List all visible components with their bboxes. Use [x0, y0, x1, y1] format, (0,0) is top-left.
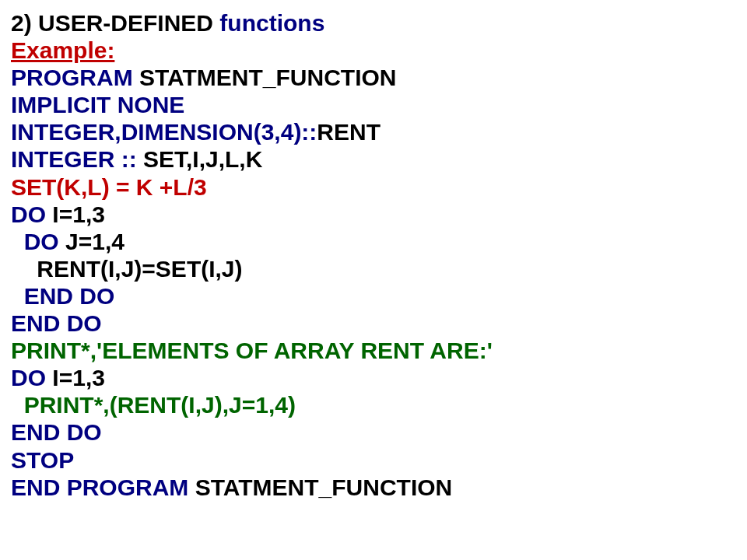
code-line: PROGRAM STATMENT_FUNCTION [11, 64, 736, 91]
code-line: SET(K,L) = K +L/3 [11, 173, 736, 201]
code-line: END DO [11, 310, 736, 337]
code-span [11, 283, 24, 309]
code-span: SET(K,L) = K +L/3 [11, 174, 207, 200]
code-line: END DO [11, 418, 736, 446]
code-span: PROGRAM [11, 65, 139, 90]
code-span: END DO [11, 310, 102, 336]
code-span: J=1,4 [65, 229, 124, 254]
code-line: RENT(I,J)=SET(I,J) [11, 255, 736, 282]
code-span: STATMENT_FUNCTION [195, 474, 453, 500]
code-span: Example: [11, 37, 114, 63]
code-line: END DO [11, 282, 736, 310]
code-line: Example: [11, 37, 736, 64]
code-line: INTEGER,DIMENSION(3,4)::RENT [11, 118, 736, 145]
code-span: PRINT*,(RENT(I,J),J=1,4) [11, 392, 296, 418]
code-span: 2) USER-DEFINED [11, 10, 219, 36]
code-span: DO [11, 365, 52, 390]
code-span: END DO [11, 419, 102, 445]
code-line: DO I=1,3 [11, 364, 736, 391]
code-line: PRINT*,'ELEMENTS OF ARRAY RENT ARE:' [11, 337, 736, 364]
code-span: INTEGER :: [11, 146, 143, 172]
code-span: RENT(I,J)=SET(I,J) [11, 256, 243, 282]
code-span: PRINT*,'ELEMENTS OF ARRAY RENT ARE:' [11, 338, 493, 363]
code-line: END PROGRAM STATMENT_FUNCTION [11, 474, 736, 501]
code-line: STOP [11, 446, 736, 474]
code-span: END DO [24, 283, 115, 309]
code-span: SET,I,J,L,K [143, 146, 262, 172]
code-span: INTEGER,DIMENSION(3,4):: [11, 119, 317, 145]
code-line: 2) USER-DEFINED functions [11, 9, 736, 37]
code-listing: 2) USER-DEFINED functionsExample:PROGRAM… [11, 9, 736, 501]
code-span: functions [219, 10, 324, 36]
code-span: DO [24, 229, 65, 254]
code-span: STOP [11, 447, 74, 473]
code-span: I=1,3 [52, 365, 105, 390]
code-span: IMPLICIT NONE [11, 92, 184, 117]
code-line: PRINT*,(RENT(I,J),J=1,4) [11, 391, 736, 418]
code-line: DO J=1,4 [11, 228, 736, 255]
code-span: DO [11, 201, 52, 227]
code-line: DO I=1,3 [11, 201, 736, 228]
code-span: RENT [317, 119, 381, 145]
code-span: I=1,3 [52, 201, 105, 227]
code-span: STATMENT_FUNCTION [139, 65, 397, 90]
code-span: END PROGRAM [11, 474, 195, 500]
code-line: IMPLICIT NONE [11, 91, 736, 118]
code-line: INTEGER :: SET,I,J,L,K [11, 145, 736, 173]
code-span [11, 229, 24, 254]
